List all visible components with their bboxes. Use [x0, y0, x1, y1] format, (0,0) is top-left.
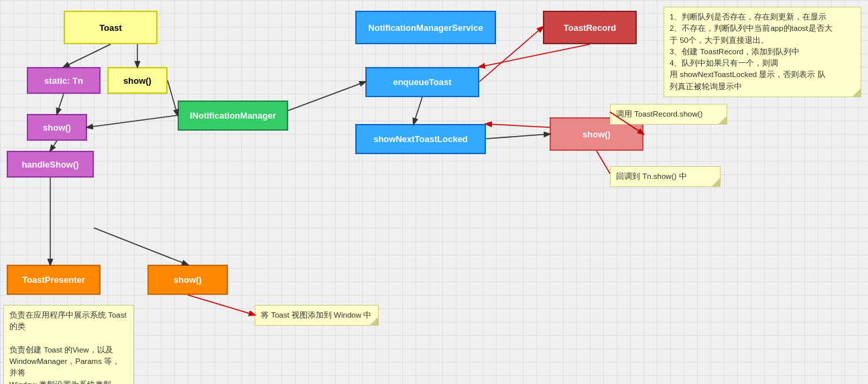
svg-line-5 — [87, 115, 178, 127]
svg-line-9 — [486, 124, 550, 127]
note-toast-presenter: 负责在应用程序中展示系统 Toast 的类 负责创建 Toast 的View，以… — [3, 305, 134, 384]
handleshow-box: handleShow() — [7, 151, 94, 178]
svg-line-10 — [597, 151, 610, 174]
svg-line-0 — [64, 44, 111, 67]
show1-box: show() — [107, 67, 168, 94]
diagram-canvas: Toast static: Tn show() show() handleSho… — [0, 0, 868, 384]
enqueuetoast-box: enqueueToast — [365, 67, 479, 97]
svg-line-16 — [414, 97, 422, 124]
svg-line-6 — [288, 82, 365, 111]
static-tn-box: static: Tn — [27, 67, 101, 94]
note-invoke-show: 调用 ToastRecord.show() — [610, 104, 727, 125]
svg-line-4 — [50, 141, 57, 151]
svg-line-2 — [57, 94, 64, 114]
note-add-window: 将 Toast 视图添加到 Window 中 — [255, 305, 379, 326]
svg-line-14 — [479, 44, 590, 67]
note-top-right: 1、判断队列是否存在，存在则更新，在显示 2、不存在，判断队列中当前app的ta… — [664, 7, 861, 97]
svg-line-3 — [168, 80, 178, 115]
note-callback: 回调到 Tn.show() 中 — [610, 166, 721, 187]
toastrecord-box: ToastRecord — [543, 11, 637, 44]
notificationmanagerservice-box: NotificationManagerService — [355, 11, 496, 44]
show4-box: show() — [147, 265, 228, 295]
inotificationmanager-box: INotificationManager — [178, 101, 288, 131]
svg-line-12 — [94, 228, 188, 265]
toast-box: Toast — [64, 11, 158, 44]
shownexttoastlocked-box: showNextToastLocked — [355, 124, 486, 154]
svg-line-13 — [188, 295, 255, 315]
svg-line-8 — [486, 134, 550, 139]
show2-box: show() — [27, 114, 87, 141]
toastpresenter-box: ToastPresenter — [7, 265, 101, 295]
